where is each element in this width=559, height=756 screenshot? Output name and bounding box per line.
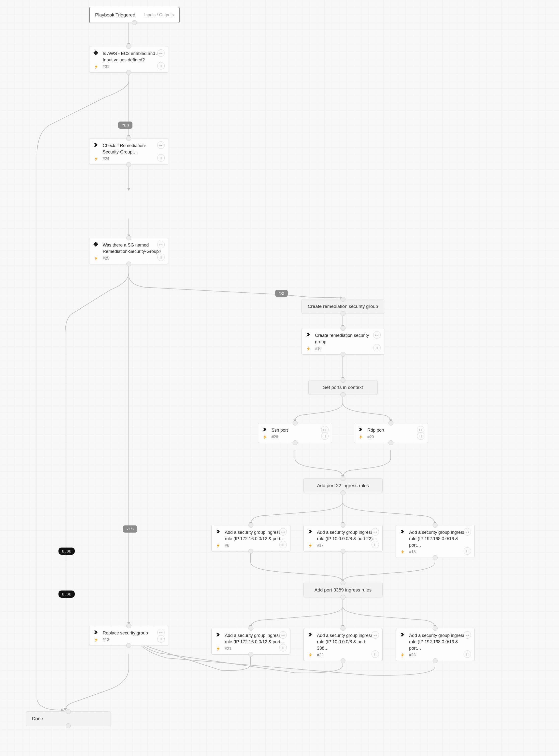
port-in[interactable]	[340, 378, 345, 383]
bolt-icon	[308, 653, 313, 657]
pause-icon[interactable]: | |	[321, 432, 329, 440]
section-title: Add port 22 ingress rules	[317, 483, 369, 488]
node-ingress-10-3389[interactable]: Add a security group ingress rule (IP 10…	[304, 628, 383, 661]
port-out[interactable]	[340, 658, 345, 663]
port-in[interactable]	[433, 523, 438, 528]
node-condition-aws-ec2[interactable]: Is AWS - EC2 enabled and are Input value…	[89, 46, 168, 73]
node-ingress-192-22[interactable]: Add a security group ingress rule (IP 19…	[396, 525, 475, 558]
port-in[interactable]	[293, 421, 297, 426]
node-was-there-sg[interactable]: Was there a SG named Remediation-Securit…	[89, 238, 168, 264]
pause-icon[interactable]: | |	[157, 154, 165, 162]
port-in[interactable]	[340, 581, 345, 585]
expand-icon[interactable]: ▸◂	[372, 528, 379, 536]
pause-icon[interactable]: | |	[157, 62, 165, 70]
port-in[interactable]	[248, 626, 253, 631]
task-id: #17	[317, 543, 378, 548]
port-out[interactable]	[293, 440, 297, 445]
done-label: Done	[32, 716, 43, 722]
port-in[interactable]	[340, 523, 345, 528]
port-in[interactable]	[340, 626, 345, 631]
port-in[interactable]	[340, 476, 345, 481]
expand-icon[interactable]: ▸◂	[280, 631, 287, 639]
port-in[interactable]	[66, 709, 71, 714]
bolt-icon	[358, 435, 363, 439]
task-title: Add a security group ingress rule (IP 17…	[225, 529, 286, 542]
port-in[interactable]	[126, 136, 131, 141]
port-out[interactable]	[126, 162, 131, 167]
port-out[interactable]	[433, 555, 438, 560]
port-out[interactable]	[132, 20, 137, 25]
port-out[interactable]	[248, 652, 253, 657]
pause-icon[interactable]: | |	[280, 541, 287, 548]
section-add-port-3389[interactable]: Add port 3389 ingress rules	[304, 583, 383, 597]
pause-icon[interactable]: | |	[157, 254, 165, 261]
expand-icon[interactable]: ▸◂	[280, 528, 287, 536]
port-in[interactable]	[126, 44, 131, 49]
pause-icon[interactable]: | |	[417, 432, 424, 440]
port-out[interactable]	[388, 440, 394, 445]
port-out[interactable]	[126, 70, 131, 75]
pause-icon[interactable]: | |	[464, 547, 471, 555]
expand-icon[interactable]: ▸◂	[157, 241, 165, 248]
expand-icon[interactable]: ▸◂	[157, 141, 165, 149]
port-out[interactable]	[340, 490, 345, 495]
node-create-remediation-sg[interactable]: Create remediation security group #10 ▸◂…	[301, 328, 384, 355]
port-in[interactable]	[248, 523, 253, 528]
expand-icon[interactable]: ▸◂	[464, 528, 471, 536]
done-node[interactable]: Done	[26, 711, 111, 726]
section-set-ports[interactable]: Set ports in context	[308, 380, 378, 395]
port-in[interactable]	[126, 235, 131, 240]
svg-rect-0	[93, 50, 98, 55]
expand-icon[interactable]: ▸◂	[157, 49, 165, 57]
task-title: Create remediation security group	[315, 332, 380, 345]
port-out[interactable]	[126, 643, 131, 648]
bolt-icon	[216, 543, 220, 548]
expand-icon[interactable]: ▸◂	[372, 631, 379, 639]
section-title: Add port 3389 ingress rules	[314, 587, 372, 593]
port-out[interactable]	[340, 549, 345, 554]
port-out[interactable]	[340, 392, 345, 397]
section-create-remediation-sg[interactable]: Create remediation security group	[301, 299, 384, 314]
node-ssh-port[interactable]: Ssh port #26 ▸◂ | |	[258, 423, 332, 443]
port-out[interactable]	[126, 261, 131, 266]
inputs-outputs-link[interactable]: Inputs / Outputs	[144, 13, 174, 18]
edge-label-yes: YES	[123, 525, 137, 533]
port-in[interactable]	[388, 421, 394, 426]
pause-icon[interactable]: | |	[464, 651, 471, 658]
bolt-icon	[94, 157, 98, 161]
node-ingress-10-22[interactable]: Add a security group ingress rule (IP 10…	[304, 525, 383, 551]
pause-icon[interactable]: | |	[280, 644, 287, 652]
port-in[interactable]	[433, 626, 438, 631]
node-rdp-port[interactable]: Rdp port #29 ▸◂ | |	[354, 423, 428, 443]
port-in[interactable]	[340, 297, 345, 302]
port-out[interactable]	[340, 595, 345, 599]
svg-rect-1	[93, 242, 98, 247]
node-ingress-192-3389[interactable]: Add a security group ingress rule (IP 19…	[396, 628, 475, 661]
expand-icon[interactable]: ▸◂	[464, 631, 471, 639]
pause-icon[interactable]: | |	[372, 541, 379, 548]
node-ingress-172-22[interactable]: Add a security group ingress rule (IP 17…	[211, 525, 290, 551]
port-out[interactable]	[340, 311, 345, 316]
task-id: #25	[103, 256, 164, 261]
port-out[interactable]	[248, 549, 253, 554]
port-out[interactable]	[66, 723, 71, 728]
bolt-icon	[216, 646, 220, 651]
pause-icon[interactable]: | |	[373, 344, 381, 351]
section-add-port-22[interactable]: Add port 22 ingress rules	[304, 478, 383, 493]
start-node[interactable]: Playbook Triggered Inputs / Outputs	[89, 7, 180, 23]
port-out[interactable]	[433, 658, 438, 663]
chevron-icon	[358, 427, 363, 432]
task-id: #21	[225, 646, 286, 651]
port-in[interactable]	[126, 623, 131, 628]
task-id: #23	[409, 653, 470, 657]
expand-icon[interactable]: ▸◂	[373, 331, 381, 338]
pause-icon[interactable]: | |	[372, 651, 379, 658]
node-ingress-172-3389[interactable]: Add a security group ingress rule (IP 17…	[211, 628, 290, 655]
task-title: Ssh port	[271, 427, 328, 433]
port-out[interactable]	[340, 352, 345, 357]
chevron-icon	[262, 427, 267, 432]
port-in[interactable]	[340, 326, 345, 331]
pause-icon[interactable]: | |	[157, 635, 165, 642]
node-replace-sg[interactable]: Replace security group #13 ▸◂ | |	[89, 625, 168, 646]
node-check-remediation-sg[interactable]: Check if Remediation-Security-Group… #24…	[89, 138, 168, 165]
